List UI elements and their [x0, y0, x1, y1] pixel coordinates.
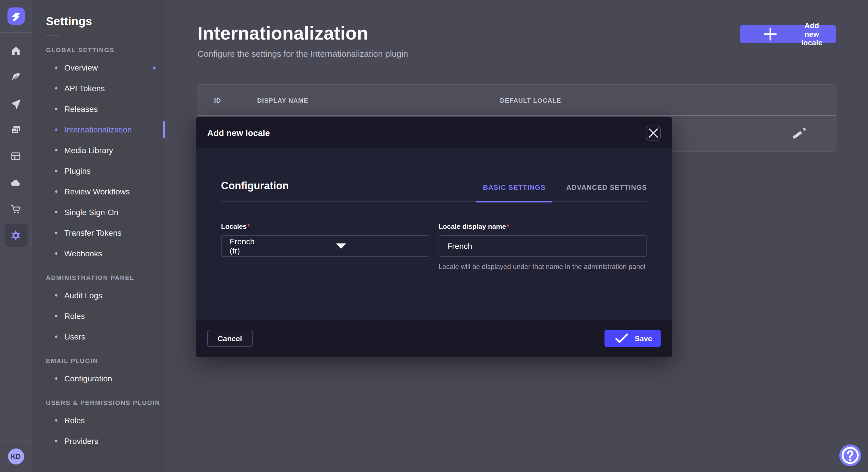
rail-bottom: KD: [0, 440, 32, 472]
avatar[interactable]: KD: [8, 448, 24, 464]
bullet-icon: [55, 129, 57, 131]
required-asterisk: *: [507, 223, 509, 231]
nav-media-button[interactable]: [4, 118, 27, 141]
sidebar-item-transfer-tokens[interactable]: Transfer Tokens: [32, 223, 165, 243]
layout-icon: [10, 150, 22, 162]
sidebar-item-label: Roles: [64, 416, 85, 425]
nav-cart-button[interactable]: [4, 197, 27, 220]
strapi-logo-button[interactable]: [7, 7, 24, 25]
sidebar-item-label: Users: [64, 332, 85, 341]
cart-icon: [10, 203, 22, 215]
bullet-icon: [55, 419, 57, 422]
bullet-icon: [55, 440, 57, 442]
sidebar-item-roles[interactable]: Roles: [32, 410, 165, 431]
page-title: Internationalization: [197, 23, 408, 44]
home-icon: [10, 44, 22, 57]
sidebar-item-roles[interactable]: Roles: [32, 306, 165, 326]
nav-paper-plane-button[interactable]: [4, 92, 27, 115]
bullet-icon: [55, 149, 57, 151]
locales-label: Locales*: [221, 223, 250, 231]
logo-area: [0, 0, 32, 33]
section-label: GLOBAL SETTINGS: [32, 46, 165, 53]
modal-header: Add new locale: [196, 117, 672, 149]
sidebar-item-plugins[interactable]: Plugins: [32, 161, 165, 181]
nav-layout-button[interactable]: [4, 144, 27, 167]
sidebar-item-label: Audit Logs: [64, 291, 102, 300]
notification-dot-icon: [153, 66, 156, 69]
sidebar-section: EMAIL PLUGINConfiguration: [32, 357, 165, 389]
bullet-icon: [55, 336, 57, 338]
sidebar-item-api-tokens[interactable]: API Tokens: [32, 78, 165, 99]
bullet-icon: [55, 170, 57, 172]
modal-body: Configuration BASIC SETTINGSADVANCED SET…: [196, 149, 672, 319]
close-icon: [646, 126, 660, 140]
locales-select-value: French (fr): [229, 237, 261, 255]
sidebar-item-label: Configuration: [64, 374, 112, 383]
save-button[interactable]: Save: [604, 330, 661, 347]
add-new-locale-button[interactable]: Add new locale: [740, 25, 836, 43]
question-icon: [839, 444, 861, 466]
tab-basic-settings[interactable]: BASIC SETTINGS: [483, 183, 546, 201]
chevron-down-icon: [261, 236, 421, 256]
settings-tabs: BASIC SETTINGSADVANCED SETTINGS: [483, 183, 647, 201]
locales-field: Locales* French (fr): [221, 221, 429, 272]
sidebar-title: Settings: [46, 15, 165, 28]
title-divider: [46, 36, 60, 36]
add-locale-modal: Add new locale Configuration BASIC SETTI…: [196, 117, 672, 357]
bullet-icon: [55, 377, 57, 380]
gear-icon: [10, 229, 22, 241]
sidebar-item-label: Plugins: [64, 166, 91, 175]
section-label: USERS & PERMISSIONS PLUGIN: [32, 399, 165, 406]
sidebar-item-label: Overview: [64, 63, 98, 72]
sidebar-item-label: Webhooks: [64, 249, 102, 258]
display-name-label: Locale display name*: [439, 223, 509, 231]
bullet-icon: [55, 315, 57, 317]
close-button[interactable]: [646, 125, 661, 140]
strapi-logo-icon: [7, 7, 24, 25]
sidebar-item-users[interactable]: Users: [32, 326, 165, 347]
sidebar-sections: GLOBAL SETTINGSOverviewAPI TokensRelease…: [32, 46, 165, 451]
nav-feather-button[interactable]: [4, 65, 27, 88]
sidebar-item-webhooks[interactable]: Webhooks: [32, 243, 165, 264]
section-label: EMAIL PLUGIN: [32, 357, 165, 364]
bullet-icon: [55, 211, 57, 213]
sidebar-item-overview[interactable]: Overview: [32, 57, 165, 78]
sidebar-section: ADMINISTRATION PANELAudit LogsRolesUsers: [32, 274, 165, 347]
rail-nav: [0, 39, 32, 247]
nav-home-button[interactable]: [4, 39, 27, 62]
display-name-input[interactable]: [439, 235, 647, 257]
modal-title: Add new locale: [207, 128, 270, 138]
edit-locale-button[interactable]: [790, 125, 808, 142]
sidebar-item-review-workflows[interactable]: Review Workflows: [32, 181, 165, 202]
modal-footer: Cancel Save: [196, 319, 672, 357]
plus-icon: [749, 25, 792, 43]
column-header: DEFAULT LOCALE: [500, 97, 561, 103]
required-asterisk: *: [247, 223, 250, 231]
display-name-hint: Locale will be displayed under that name…: [439, 262, 647, 272]
sidebar-item-releases[interactable]: Releases: [32, 99, 165, 119]
sidebar-item-label: Internationalization: [64, 125, 132, 134]
form-row: Locales* French (fr) Locale display name…: [221, 221, 647, 272]
sidebar-section: GLOBAL SETTINGSOverviewAPI TokensRelease…: [32, 46, 165, 264]
nav-gear-button[interactable]: [4, 224, 27, 247]
media-icon: [10, 124, 22, 136]
sidebar-item-single-sign-on[interactable]: Single Sign-On: [32, 202, 165, 223]
locales-select[interactable]: French (fr): [221, 235, 429, 257]
sidebar-item-label: Transfer Tokens: [64, 228, 121, 237]
bullet-icon: [55, 294, 57, 297]
configuration-title: Configuration: [221, 180, 289, 201]
tab-advanced-settings[interactable]: ADVANCED SETTINGS: [566, 183, 647, 201]
column-header: ID: [214, 97, 257, 103]
cancel-button[interactable]: Cancel: [207, 330, 252, 347]
sidebar-item-configuration[interactable]: Configuration: [32, 368, 165, 389]
sidebar-item-providers[interactable]: Providers: [32, 431, 165, 451]
sidebar-item-label: Providers: [64, 436, 98, 446]
configuration-header: Configuration BASIC SETTINGSADVANCED SET…: [221, 149, 647, 202]
sidebar-item-audit-logs[interactable]: Audit Logs: [32, 285, 165, 306]
help-button[interactable]: [839, 444, 861, 466]
sidebar-item-label: Review Workflows: [64, 187, 130, 196]
bullet-icon: [55, 67, 57, 69]
sidebar-item-media-library[interactable]: Media Library: [32, 140, 165, 161]
sidebar-item-internationalization[interactable]: Internationalization: [32, 119, 165, 140]
nav-cloud-button[interactable]: [4, 171, 27, 194]
